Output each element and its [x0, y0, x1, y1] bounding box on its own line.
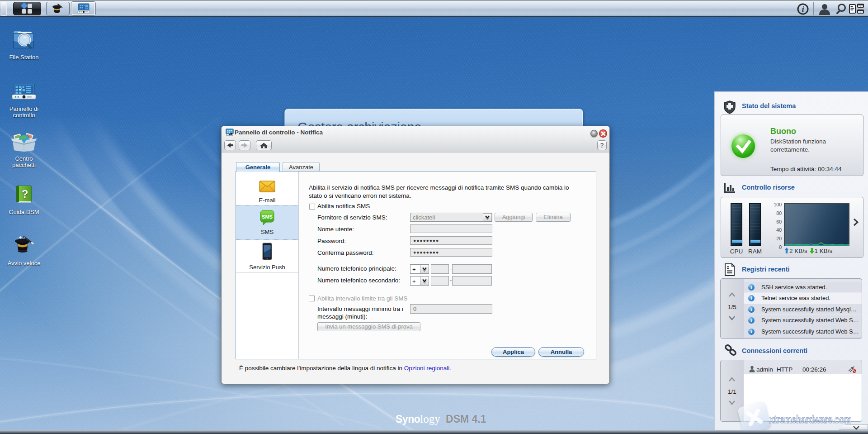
svg-text:SMS: SMS [262, 214, 273, 219]
svg-text:?: ? [22, 188, 28, 200]
svg-text:i: i [802, 5, 804, 14]
